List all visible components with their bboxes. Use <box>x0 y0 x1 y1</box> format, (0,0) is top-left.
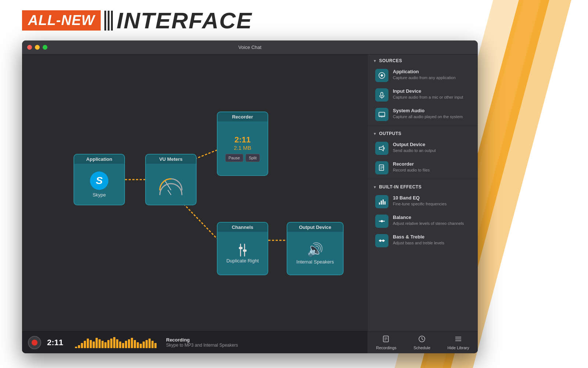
recorder-sidebar-title: Recorder <box>393 161 470 167</box>
waveform-bar <box>131 338 133 348</box>
node-application-label: Skype <box>93 192 106 198</box>
waveform-bar <box>101 341 104 348</box>
node-channels[interactable]: Channels Duplicate Right <box>217 222 268 275</box>
node-application[interactable]: Application S Skype <box>74 154 125 205</box>
split-button[interactable]: Split <box>245 154 260 162</box>
status-waveform <box>75 337 157 348</box>
svg-marker-12 <box>379 146 383 151</box>
waveform-bar <box>98 339 101 348</box>
main-canvas: Application S Skype VU Meters <box>22 54 368 353</box>
recorder-sidebar-desc: Record audio to files <box>393 167 470 173</box>
waveform-bar <box>104 342 107 348</box>
recordings-label: Recordings <box>376 346 397 350</box>
bass-treble-title: Bass & Treble <box>393 234 470 240</box>
waveform-bar <box>78 345 80 348</box>
waveform-bar <box>128 339 130 348</box>
sidebar-toolbar: Recordings Schedule Hide Library <box>368 331 478 353</box>
skype-icon: S <box>90 171 108 190</box>
input-device-desc: Capture audio from a mic or other input <box>393 95 470 100</box>
waveform-bar <box>116 339 118 348</box>
node-output-body: 🔊 Internal Speakers <box>297 236 334 271</box>
eq-desc: Fine-tune specific frequencies <box>393 201 470 206</box>
recorder-buttons: Pause Split <box>225 154 260 162</box>
output-device-sidebar-title: Output Device <box>393 142 470 147</box>
status-detail-label: Skype to MP3 and Internal Speakers <box>166 343 362 348</box>
bass-treble-icon <box>375 234 388 247</box>
output-device-sidebar-desc: Send audio to an output <box>393 148 470 153</box>
recorder-size: 2.1 MB <box>234 145 251 151</box>
close-button[interactable] <box>27 45 32 50</box>
sidebar-item-recorder[interactable]: Recorder Record audio to files <box>370 158 476 177</box>
waveform-bar <box>87 339 89 348</box>
sidebar-item-application[interactable]: Application Capture audio from any appli… <box>370 66 476 85</box>
sidebar-item-input-device[interactable]: Input Device Capture audio from a mic or… <box>370 85 476 105</box>
waveform-bar <box>107 340 110 348</box>
hide-library-icon <box>455 335 462 344</box>
system-audio-icon <box>375 108 388 121</box>
application-source-title: Application <box>393 69 470 74</box>
window-title: Voice Chat <box>239 45 262 50</box>
waveform-bar <box>134 340 136 348</box>
channels-label: Duplicate Right <box>226 258 259 263</box>
title-bar: Voice Chat <box>22 40 478 54</box>
svg-rect-20 <box>384 201 386 205</box>
node-application-title: Application <box>74 155 124 164</box>
waveform-bar <box>146 340 148 348</box>
application-source-icon <box>375 69 388 82</box>
status-text: Recording Skype to MP3 and Internal Spea… <box>162 337 362 348</box>
output-label: Internal Speakers <box>297 259 334 265</box>
node-recorder[interactable]: Recorder 2:11 2.1 MB Pause Split <box>217 112 268 176</box>
waveform-bar <box>122 343 124 348</box>
output-device-sidebar-icon <box>375 142 388 155</box>
status-time: 2:11 <box>47 338 69 347</box>
svg-point-11 <box>381 117 382 117</box>
node-output-title: Output Device <box>287 223 343 232</box>
svg-line-4 <box>165 181 171 190</box>
record-button[interactable] <box>28 336 41 349</box>
status-bar: 2:11 Recording Skype to MP3 and Internal… <box>22 331 368 353</box>
sidebar-item-balance[interactable]: Balance Adjust relative levels of stereo… <box>370 212 476 231</box>
node-vu-meters[interactable]: VU Meters <box>145 154 197 205</box>
node-vu-body <box>156 168 186 201</box>
outputs-header: ▼ OUTPUTS <box>368 127 478 138</box>
balance-desc: Adjust relative levels of stereo channel… <box>393 221 470 226</box>
hide-library-button[interactable]: Hide Library <box>443 333 473 352</box>
waveform-bar <box>143 342 145 348</box>
waveform-bar <box>137 342 139 348</box>
node-recorder-body: 2:11 2.1 MB Pause Split <box>225 125 260 171</box>
svg-point-25 <box>382 240 384 242</box>
pause-button[interactable]: Pause <box>225 154 243 162</box>
waveform-bar <box>75 347 77 348</box>
svg-rect-17 <box>379 202 380 205</box>
maximize-button[interactable] <box>43 45 47 50</box>
waveform-bar <box>119 342 121 348</box>
waveform-bar <box>110 339 112 348</box>
window-controls <box>27 45 47 50</box>
waveform-bar <box>140 344 142 348</box>
banner-allnew: ALL-NEW <box>22 10 101 31</box>
divider-2 <box>368 179 478 179</box>
schedule-button[interactable]: Schedule <box>409 333 435 352</box>
input-device-icon <box>375 88 388 102</box>
waveform-bar <box>154 343 157 348</box>
minimize-button[interactable] <box>35 45 40 50</box>
svg-rect-19 <box>383 199 384 205</box>
node-output-device[interactable]: Output Device 🔊 Internal Speakers <box>287 222 344 275</box>
application-source-desc: Capture audio from any application <box>393 75 470 80</box>
sidebar-item-system-audio[interactable]: System Audio Capture all audio played on… <box>370 105 476 124</box>
sources-header: ▼ SOURCES <box>368 54 478 66</box>
sidebar-item-output-device[interactable]: Output Device Send audio to an output <box>370 139 476 158</box>
header-banner: ALL-NEW INTERFACE <box>22 7 252 33</box>
waveform-bar <box>81 343 83 348</box>
node-recorder-title: Recorder <box>218 112 268 121</box>
sidebar-item-eq[interactable]: 10 Band EQ Fine-tune specific frequencie… <box>370 192 476 211</box>
schedule-icon <box>418 335 426 344</box>
recordings-button[interactable]: Recordings <box>372 333 401 352</box>
waveform-bar <box>113 337 115 348</box>
node-channels-title: Channels <box>218 223 268 232</box>
banner-dividers <box>101 10 116 32</box>
channels-faders <box>240 244 245 256</box>
schedule-label: Schedule <box>413 346 430 350</box>
sidebar-item-bass-treble[interactable]: Bass & Treble Adjust bass and treble lev… <box>370 231 476 250</box>
bass-treble-desc: Adjust bass and treble levels <box>393 240 470 245</box>
